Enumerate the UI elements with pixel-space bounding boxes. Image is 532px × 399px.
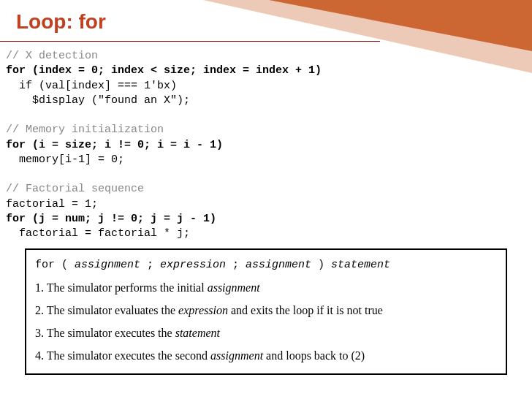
code-line: for (i = size; i != 0; i = i - 1) — [6, 138, 532, 153]
code-blank — [6, 167, 532, 182]
code-blank — [6, 108, 532, 123]
code-line: factorial = factorial * j; — [6, 227, 532, 241]
syntax-step: 3. The simulator executes the statement — [35, 323, 497, 343]
code-line: if (val[index] === 1'bx) — [6, 79, 532, 94]
syntax-step: 4. The simulator executes the second ass… — [35, 346, 497, 365]
code-line: memory[i-1] = 0; — [6, 153, 532, 167]
syntax-step: 1. The simulator performs the initial as… — [35, 278, 497, 297]
syntax-definition: for ( assignment ; expression ; assignme… — [35, 256, 497, 275]
code-comment: // Memory initialization — [6, 123, 532, 137]
syntax-step: 2. The simulator evaluates the expressio… — [35, 300, 497, 320]
code-line: factorial = 1; — [6, 197, 532, 212]
slide-title: Loop: for — [0, 0, 380, 42]
code-line: $display ("found an X"); — [6, 94, 532, 108]
code-line: for (j = num; j != 0; j = j - 1) — [6, 212, 532, 227]
syntax-box: for ( assignment ; expression ; assignme… — [25, 248, 507, 374]
code-comment: // Factorial sequence — [6, 182, 532, 197]
